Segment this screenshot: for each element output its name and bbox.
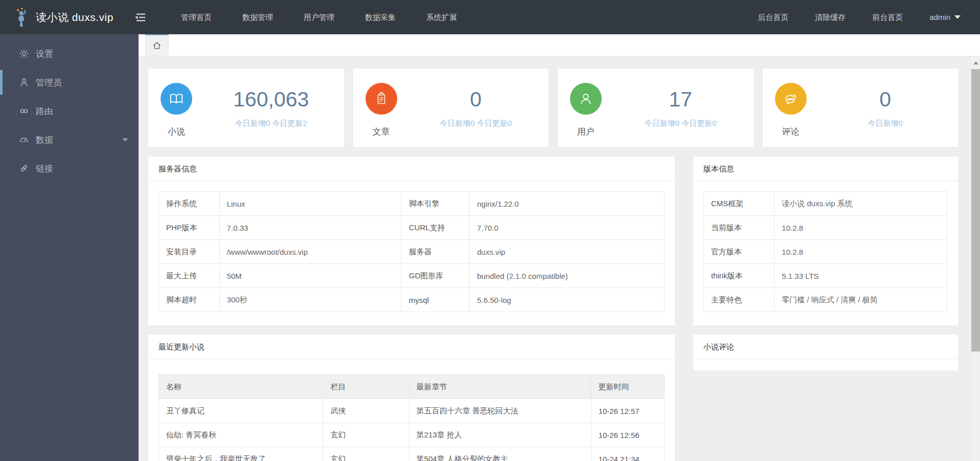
sidebar-item-links[interactable]: 链接 [0,156,139,181]
table-row: 操作系统Linux 脚本引擎nginx/1.22.0 [159,192,665,216]
novel-category: 玄幻 [323,423,409,447]
brand-title: 读小说 duxs.vip [36,10,113,25]
sidebar-item-settings[interactable]: 设置 [0,41,139,66]
stat-card-articles: 0 今日新增0 今日更新0 文章 [353,69,549,147]
stat-subtext: 今日新增0 [819,119,952,128]
nav-item-admin-home[interactable]: 管理首页 [166,0,227,34]
sidebar-item-data[interactable]: 数据 [0,127,139,152]
novel-latest-chapter[interactable]: 第五百四十六章 善恶轮回大法 [409,399,591,423]
nav-item-system-extension[interactable]: 系统扩展 [411,0,472,34]
nav-item-clear-cache[interactable]: 清除缓存 [802,0,859,34]
user-icon [570,83,602,115]
table-row: 最大上传50M GD图形库bundled (2.1.0 compatible) [159,264,665,288]
route-icon [18,105,30,117]
sidebar-item-label: 数据 [36,134,53,146]
stat-cards-row: 160,063 今日新增0 今日更新2 小说 0 今日新增0 今日更新0 文章 [148,69,958,147]
table-row: think版本5.1.33 LTS [704,264,948,288]
nav-item-data-collection[interactable]: 数据采集 [350,0,411,34]
admin-user-icon [18,77,30,88]
stat-card-comments: 0 今日新增0 评论 [763,69,959,147]
article-icon [366,83,397,115]
version-info-table: CMS框架读小说 duxs.vip 系统 当前版本10.2.8 官方版本10.2… [703,191,948,312]
novel-comments-panel: 小说评论 [693,335,958,370]
panel-title: 服务器信息 [148,157,675,181]
table-row: 仙劫: 青冥春秋 玄幻 第213章 抢人 10-26 12:56 [159,423,665,447]
novel-name[interactable]: 丑丫修真记 [159,399,323,423]
sidebar-item-admin[interactable]: 管理员 [0,70,139,95]
stat-value: 17 [614,88,747,111]
username: admin [929,0,950,34]
sidebar: 设置 管理员 路由 数据 [0,34,139,461]
chevron-down-icon [122,138,128,142]
recent-novels-table: 名称 栏目 最新章节 更新时间 丑丫修真记 武侠 第五百四十六章 善恶轮回大法 … [158,375,665,461]
stat-subtext: 今日新增0 今日更新0 [409,119,543,128]
table-row: PHP版本7.0.33 CURL支持7.70.0 [159,216,665,240]
stat-value: 160,063 [204,88,338,111]
table-row: 当前版本10.2.8 [704,216,948,240]
server-info-table: 操作系统Linux 脚本引擎nginx/1.22.0 PHP版本7.0.33 C… [158,191,665,312]
novel-latest-chapter[interactable]: 第213章 抢人 [409,423,591,447]
nav-item-user-management[interactable]: 用户管理 [288,0,350,34]
app-logo-icon [13,7,31,28]
table-header-row: 名称 栏目 最新章节 更新时间 [159,375,665,399]
sidebar-item-label: 路由 [36,105,53,117]
scroll-up-arrow-icon[interactable] [971,56,980,69]
stat-label: 评论 [771,126,811,138]
sidebar-item-label: 设置 [36,48,53,60]
stat-card-novels: 160,063 今日新增0 今日更新2 小说 [148,69,344,147]
novel-name[interactable]: 劈柴十年之后，我举世无敌了 [159,447,323,461]
panel-title: 小说评论 [693,335,958,359]
home-icon [152,41,162,50]
sidebar-item-route[interactable]: 路由 [0,99,139,123]
main-content: 160,063 今日新增0 今日更新2 小说 0 今日新增0 今日更新0 文章 [139,56,980,461]
chevron-down-icon [954,15,961,19]
brand[interactable]: 读小说 duxs.vip [0,7,113,28]
stat-value: 0 [409,88,543,111]
tab-home[interactable] [145,34,169,56]
stat-subtext: 今日新增0 今日更新0 [614,119,747,128]
table-row: 劈柴十年之后，我举世无敌了 玄幻 第504章 人格分裂的女教主 10-24 21… [159,447,665,461]
gear-icon [18,48,30,59]
server-info-panel: 服务器信息 操作系统Linux 脚本引擎nginx/1.22.0 PHP版本7.… [148,157,675,325]
table-row: 主要特色零门槛 / 响应式 / 清爽 / 极简 [704,288,948,312]
table-row: 安装目录/www/wwwroot/duxs.vip 服务器duxs.vip [159,240,665,264]
sidebar-item-label: 管理员 [36,77,62,89]
novel-name[interactable]: 仙劫: 青冥春秋 [159,423,323,447]
top-navbar: 读小说 duxs.vip 管理首页 数据管理 用户管理 数据采集 系统扩展 后台… [0,0,980,34]
panel-title: 最近更新小说 [148,335,675,359]
stat-label: 文章 [361,126,401,138]
version-info-panel: 版本信息 CMS框架读小说 duxs.vip 系统 当前版本10.2.8 官方版… [693,157,958,325]
nav-item-frontend-home[interactable]: 前台首页 [859,0,916,34]
stat-label: 用户 [566,126,606,138]
table-row: 官方版本10.2.8 [704,240,948,264]
novel-category: 武侠 [323,399,409,423]
table-row: CMS框架读小说 duxs.vip 系统 [704,192,948,216]
novel-update-time: 10-26 12:56 [591,423,664,447]
recent-novels-panel: 最近更新小说 名称 栏目 最新章节 更新时间 丑丫修真记 武侠 第五百四十六章 [148,335,675,461]
table-row: 脚本超时300秒 mysql5.6.50-log [159,288,665,312]
table-row: 丑丫修真记 武侠 第五百四十六章 善恶轮回大法 10-26 12:57 [159,399,665,423]
sidebar-toggle-icon[interactable] [135,13,146,22]
stat-label: 小说 [156,126,196,138]
novel-category: 玄幻 [323,447,409,461]
vertical-scrollbar[interactable] [971,56,980,461]
panel-title: 版本信息 [693,157,958,181]
comments-icon [775,83,807,115]
sidebar-item-label: 链接 [36,163,53,174]
user-menu[interactable]: admin [916,0,980,34]
nav-item-data-management[interactable]: 数据管理 [227,0,288,34]
navbar-right-menu: 后台首页 清除缓存 前台首页 admin [744,0,980,34]
dashboard-icon [18,134,30,145]
stat-value: 0 [819,88,952,111]
book-icon [161,83,192,115]
stat-card-users: 17 今日新增0 今日更新0 用户 [558,69,754,147]
novel-latest-chapter[interactable]: 第504章 人格分裂的女教主 [409,447,591,461]
novel-update-time: 10-26 12:57 [591,399,664,423]
nav-item-backend-home[interactable]: 后台首页 [744,0,802,34]
link-icon [18,163,30,174]
scrollbar-thumb[interactable] [971,69,980,352]
tab-bar [139,34,980,56]
main-menu: 管理首页 数据管理 用户管理 数据采集 系统扩展 [166,0,472,34]
stat-subtext: 今日新增0 今日更新2 [204,119,338,128]
novel-update-time: 10-24 21:34 [591,447,664,461]
